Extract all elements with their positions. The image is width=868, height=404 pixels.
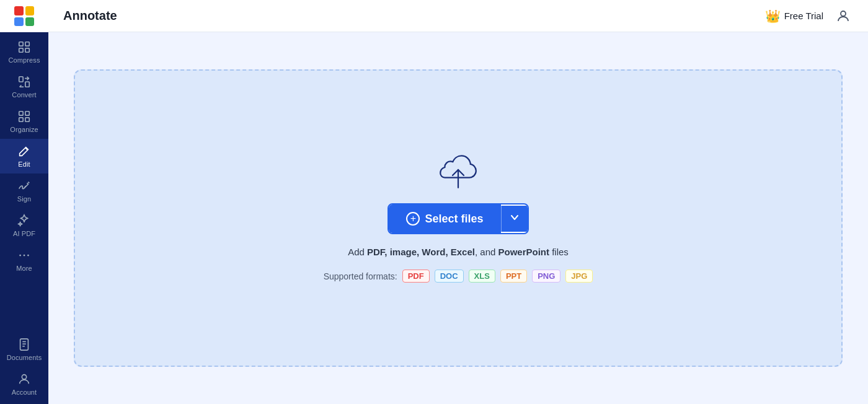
- compress-icon: [17, 40, 31, 54]
- supported-formats-label: Supported formats:: [324, 271, 397, 281]
- documents-icon: [17, 338, 31, 351]
- sidebar: Compress Convert: [0, 0, 48, 404]
- svg-point-15: [27, 255, 29, 257]
- account-label: Account: [12, 389, 37, 396]
- main-area: Annotate 👑 Free Trial: [48, 0, 868, 404]
- upload-cloud-icon: [436, 154, 480, 191]
- svg-rect-1: [25, 42, 29, 46]
- ai-pdf-label: AI PDF: [13, 230, 35, 237]
- edit-label: Edit: [18, 160, 30, 168]
- user-menu-button[interactable]: [833, 6, 853, 26]
- sidebar-item-sign[interactable]: Sign: [0, 173, 48, 208]
- sidebar-item-organize[interactable]: Organize: [0, 104, 48, 139]
- svg-point-21: [841, 11, 846, 16]
- select-files-button[interactable]: + Select files: [389, 204, 500, 233]
- sidebar-item-compress[interactable]: Compress: [0, 35, 48, 69]
- documents-label: Documents: [7, 354, 42, 361]
- edit-icon: [17, 144, 31, 158]
- more-label: More: [16, 265, 32, 272]
- svg-point-20: [22, 375, 26, 379]
- svg-point-13: [19, 255, 21, 257]
- select-files-wrapper: + Select files: [388, 203, 528, 234]
- svg-rect-2: [19, 48, 23, 52]
- sign-label: Sign: [17, 195, 31, 203]
- account-icon: [17, 372, 31, 386]
- page-title: Annotate: [63, 9, 117, 23]
- plus-circle-icon: +: [406, 212, 420, 226]
- organize-icon: [17, 110, 31, 123]
- format-badge-pdf: PDF: [402, 270, 430, 283]
- format-badge-xls: XLS: [469, 270, 495, 283]
- svg-rect-10: [19, 118, 23, 121]
- content-area: + Select files Add PDF, image, Word, Exc…: [48, 32, 868, 404]
- select-files-label: Select files: [425, 213, 483, 226]
- sidebar-item-documents[interactable]: Documents: [0, 332, 48, 367]
- sign-icon: [17, 179, 31, 193]
- sidebar-item-account[interactable]: Account: [0, 367, 48, 402]
- free-trial-label: Free Trial: [784, 11, 823, 21]
- header: Annotate 👑 Free Trial: [48, 0, 868, 32]
- convert-icon: [17, 75, 31, 89]
- convert-label: Convert: [12, 91, 36, 99]
- crown-icon: 👑: [765, 9, 781, 24]
- more-icon: [17, 248, 31, 262]
- ai-pdf-icon: [17, 214, 31, 227]
- format-badge-doc: DOC: [435, 270, 464, 283]
- sidebar-nav: Compress Convert: [0, 32, 48, 332]
- free-trial-badge[interactable]: 👑 Free Trial: [765, 9, 823, 24]
- svg-rect-9: [25, 112, 29, 115]
- svg-rect-0: [19, 42, 23, 46]
- supported-formats-row: Supported formats: PDF DOC XLS PPT PNG J…: [324, 270, 593, 283]
- svg-rect-11: [25, 118, 29, 121]
- sidebar-item-ai-pdf[interactable]: AI PDF: [0, 208, 48, 243]
- compress-label: Compress: [8, 56, 40, 64]
- sidebar-item-edit[interactable]: Edit: [0, 139, 48, 173]
- app-logo: [0, 0, 48, 32]
- format-badge-png: PNG: [532, 270, 560, 283]
- svg-rect-8: [19, 112, 23, 115]
- format-badge-jpg: JPG: [565, 270, 593, 283]
- sidebar-item-more[interactable]: More: [0, 243, 48, 278]
- svg-rect-3: [25, 48, 29, 52]
- svg-rect-16: [20, 339, 29, 350]
- drop-zone[interactable]: + Select files Add PDF, image, Word, Exc…: [74, 69, 843, 367]
- sidebar-bottom: Documents Account: [0, 332, 48, 404]
- file-description: Add PDF, image, Word, Excel, and PowerPo…: [348, 247, 569, 257]
- svg-rect-4: [19, 77, 23, 82]
- svg-point-14: [24, 255, 25, 257]
- header-right: 👑 Free Trial: [765, 6, 853, 26]
- organize-label: Organize: [10, 126, 38, 133]
- select-files-dropdown-button[interactable]: [501, 206, 528, 232]
- svg-rect-5: [25, 82, 29, 87]
- sidebar-item-convert[interactable]: Convert: [0, 69, 48, 104]
- format-badge-ppt: PPT: [500, 270, 527, 283]
